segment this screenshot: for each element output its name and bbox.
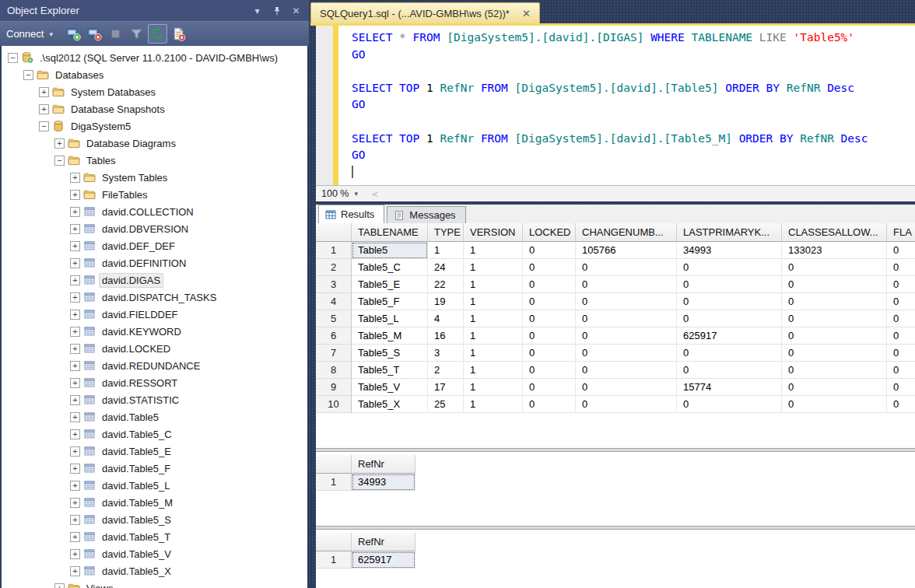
row-number-cell[interactable]: 1 (316, 242, 352, 259)
sql-editor[interactable]: SELECT * FROM [DigaSystem5].[david].[DIG… (316, 26, 915, 185)
tree-item-david-locked[interactable]: +david.LOCKED (2, 340, 307, 357)
tree-item-david-table5-v[interactable]: +david.Table5_V (2, 545, 307, 562)
grid-cell[interactable]: 0 (887, 345, 915, 362)
expand-icon[interactable]: + (70, 566, 80, 576)
tree-item-david-fielddef[interactable]: +david.FIELDDEF (2, 306, 307, 323)
grid-cell[interactable]: 0 (677, 310, 782, 327)
expand-icon[interactable]: + (70, 361, 80, 371)
expand-icon[interactable]: + (70, 446, 80, 457)
grid-cell[interactable]: 0 (887, 276, 915, 293)
grid-cell[interactable]: 0 (677, 345, 782, 362)
expand-icon[interactable]: + (70, 378, 80, 388)
grid-cell[interactable]: 0 (523, 379, 576, 396)
grid-column-header[interactable]: CLASSESALLOW... (782, 223, 887, 242)
row-number-cell[interactable]: 2 (316, 259, 352, 276)
expand-icon[interactable]: + (70, 344, 80, 354)
grid-cell[interactable]: 19 (428, 293, 464, 310)
chevron-down-icon[interactable]: ▾ (354, 190, 358, 198)
grid-cell[interactable]: 0 (887, 242, 915, 259)
expand-icon[interactable]: + (70, 532, 80, 542)
expand-icon[interactable]: + (70, 481, 80, 491)
tree-item-david-keyword[interactable]: +david.KEYWORD (2, 323, 307, 340)
row-number-cell[interactable]: 7 (316, 345, 352, 362)
grid-column-header[interactable]: RefNr (352, 533, 415, 551)
grid-cell[interactable]: 0 (576, 276, 677, 293)
grid-cell[interactable]: 0 (576, 259, 677, 276)
collapse-icon[interactable]: − (39, 121, 49, 131)
grid-cell[interactable]: Table5_M (352, 327, 428, 345)
tree-item-david-definition[interactable]: +david.DEFINITION (2, 254, 307, 271)
grid-column-header[interactable]: VERSION (464, 223, 523, 242)
collapse-icon[interactable]: − (23, 70, 33, 80)
expand-icon[interactable]: + (70, 515, 80, 525)
grid-cell[interactable]: 1 (464, 242, 523, 259)
grid-cell[interactable]: Table5_S (352, 345, 428, 362)
grid-cell[interactable]: 133023 (782, 242, 887, 259)
expand-icon[interactable]: + (70, 190, 80, 200)
zoom-level-dropdown[interactable]: 100 % (321, 188, 349, 199)
grid-cell[interactable]: 0 (576, 327, 677, 345)
grid-cell[interactable]: 105766 (576, 242, 677, 259)
row-number-cell[interactable]: 1 (316, 551, 352, 569)
grid-cell[interactable]: 0 (782, 396, 887, 413)
document-tab[interactable]: SQLQuery1.sql - (...AVID-GMBH\ws (52))* … (310, 2, 540, 23)
grid-cell[interactable]: 0 (523, 310, 576, 327)
grid-cell[interactable]: 0 (523, 242, 576, 259)
tree-item-david-table5-x[interactable]: +david.Table5_X (2, 562, 307, 579)
grid-cell[interactable]: 0 (887, 379, 915, 396)
grid-cell[interactable]: 0 (523, 276, 576, 293)
expand-icon[interactable]: + (70, 275, 80, 285)
tree-item-david-collection[interactable]: +david.COLLECTION (2, 203, 307, 220)
grid-cell[interactable]: 0 (782, 259, 887, 276)
grid-cell[interactable]: 0 (887, 259, 915, 276)
grid-column-header[interactable]: RefNr (352, 455, 415, 474)
row-number-cell[interactable]: 5 (316, 310, 352, 327)
row-number-cell[interactable]: 4 (316, 293, 352, 310)
grid-cell[interactable]: 0 (677, 362, 782, 379)
stop-button[interactable] (106, 24, 125, 44)
expand-icon[interactable]: + (54, 583, 65, 588)
grid-cell[interactable]: Table5_X (352, 396, 428, 413)
tree-item-database-diagrams[interactable]: +Database Diagrams (2, 135, 307, 152)
tree-item-views[interactable]: +Views (2, 579, 307, 588)
grid-cell[interactable]: Table5_F (352, 293, 428, 310)
grid-cell[interactable]: 0 (887, 327, 915, 345)
expand-icon[interactable]: + (70, 327, 80, 337)
filter-button[interactable] (127, 24, 146, 44)
grid-corner-cell[interactable] (316, 533, 352, 551)
tree-item-david-table5-l[interactable]: +david.Table5_L (2, 477, 307, 494)
tab-results[interactable]: Results (318, 205, 384, 223)
grid-cell[interactable]: 625917 (352, 551, 415, 569)
tree-item-david-dispatch-tasks[interactable]: +david.DISPATCH_TASKS (2, 289, 307, 306)
grid-cell[interactable]: 34993 (352, 474, 415, 491)
grid-cell[interactable]: 1 (464, 379, 523, 396)
grid-cell[interactable]: 0 (782, 276, 887, 293)
grid-corner-cell[interactable] (316, 223, 352, 242)
grid-cell[interactable]: 1 (464, 362, 523, 379)
tree-item-david-table5-t[interactable]: +david.Table5_T (2, 528, 307, 545)
row-number-cell[interactable]: 6 (316, 327, 352, 345)
refresh-button[interactable] (148, 24, 167, 44)
grid-column-header[interactable]: LOCKED (523, 223, 576, 242)
grid-cell[interactable]: 0 (523, 345, 576, 362)
collapse-icon[interactable]: − (8, 53, 18, 63)
grid-cell[interactable]: 34993 (677, 242, 782, 259)
grid-cell[interactable]: 0 (576, 345, 677, 362)
grid-cell[interactable]: 0 (576, 396, 677, 413)
grid-cell[interactable]: 0 (576, 379, 677, 396)
expand-icon[interactable]: + (70, 412, 80, 422)
grid-cell[interactable]: Table5_C (352, 259, 428, 276)
tree-item-system-databases[interactable]: +System Databases (2, 83, 307, 100)
grid-cell[interactable]: 0 (523, 327, 576, 345)
grid-cell[interactable]: 0 (677, 259, 782, 276)
grid-cell[interactable]: 4 (428, 310, 464, 327)
grid-cell[interactable]: 0 (887, 362, 915, 379)
tree-item-david-digas[interactable]: +david.DIGAS (2, 271, 307, 289)
grid-cell[interactable]: 625917 (677, 327, 782, 345)
grid-cell[interactable]: 1 (464, 345, 523, 362)
tree-item-databases[interactable]: −Databases (2, 66, 307, 83)
tree-item-david-table5-m[interactable]: +david.Table5_M (2, 494, 307, 511)
grid-cell[interactable]: 25 (428, 396, 464, 413)
grid-cell[interactable]: 0 (677, 293, 782, 310)
grid-column-header[interactable]: TYPE (428, 223, 464, 242)
